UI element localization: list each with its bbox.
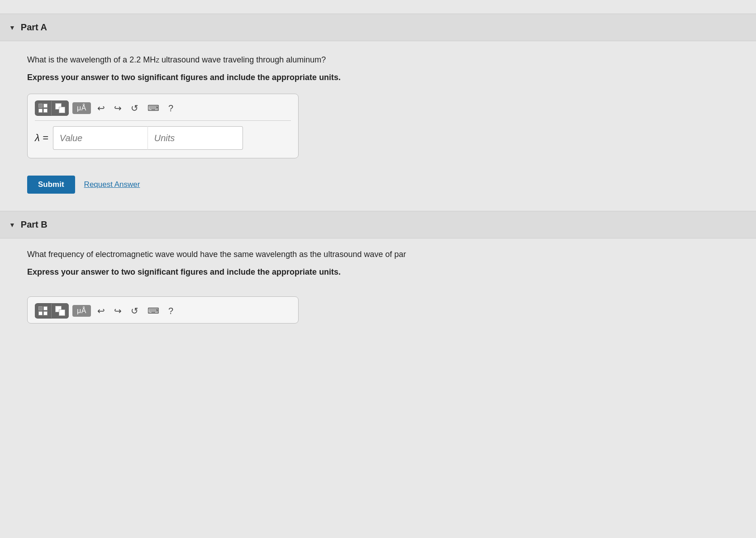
- grid-cell: [38, 104, 43, 108]
- part-b-answer-box: μÅ ↩ ↪ ↺ ⌨ ?: [27, 296, 299, 324]
- part-b-mu-a-button[interactable]: μÅ: [72, 305, 91, 317]
- part-a-chevron-icon: ▼: [9, 24, 15, 31]
- part-b-icon-group[interactable]: [35, 303, 69, 319]
- help-button[interactable]: ?: [166, 102, 176, 114]
- redo-button[interactable]: ↪: [111, 102, 124, 114]
- part-b-section: ▼ Part B What frequency of electromagnet…: [0, 211, 756, 333]
- input-row: λ =: [35, 126, 291, 150]
- part-a-grid-icon-btn[interactable]: [35, 101, 52, 115]
- action-row: Submit Request Answer: [27, 176, 729, 194]
- part-a-question1: What is the wavelength of a 2.2 MHz ultr…: [27, 54, 729, 66]
- grid-cell: [38, 306, 43, 310]
- grid-icon-b: [38, 306, 48, 315]
- part-b-squares-icon-btn[interactable]: [52, 303, 69, 319]
- part-a-answer-box: μÅ ↩ ↪ ↺ ⌨ ? λ =: [27, 94, 299, 158]
- part-a-header[interactable]: ▼ Part A: [0, 14, 756, 41]
- part-a-icon-group[interactable]: [35, 100, 69, 116]
- mu-a-button[interactable]: μÅ: [72, 102, 91, 114]
- part-b-help-button[interactable]: ?: [166, 305, 176, 317]
- value-input[interactable]: [53, 126, 148, 150]
- grid-cell: [43, 311, 48, 315]
- part-b-toolbar: μÅ ↩ ↪ ↺ ⌨ ?: [35, 303, 291, 319]
- grid-cell: [43, 109, 48, 113]
- keyboard-icon: ⌨: [147, 103, 159, 113]
- part-b-refresh-button[interactable]: ↺: [128, 305, 141, 317]
- part-b-question1: What frequency of electromagnetic wave w…: [27, 248, 729, 261]
- grid-icon: [38, 104, 48, 113]
- undo-button[interactable]: ↩: [95, 102, 108, 114]
- part-a-squares-icon-btn[interactable]: [52, 100, 69, 116]
- part-a-toolbar: μÅ ↩ ↪ ↺ ⌨ ?: [35, 100, 291, 121]
- part-b-undo-button[interactable]: ↩: [95, 305, 108, 317]
- part-b-chevron-icon: ▼: [9, 221, 15, 229]
- part-b-body: What frequency of electromagnetic wave w…: [0, 238, 756, 333]
- units-input[interactable]: [148, 126, 243, 150]
- part-b-keyboard-button[interactable]: ⌨: [145, 305, 162, 317]
- part-a-title: Part A: [21, 22, 47, 33]
- grid-cell: [38, 109, 43, 113]
- part-b-grid-icon-btn[interactable]: [35, 304, 52, 318]
- lambda-label: λ =: [35, 132, 48, 144]
- grid-cell: [43, 104, 48, 108]
- part-b-header[interactable]: ▼ Part B: [0, 211, 756, 238]
- part-b-redo-button[interactable]: ↪: [111, 305, 124, 317]
- page-container: ▼ Part A What is the wavelength of a 2.2…: [0, 0, 756, 538]
- part-a-section: ▼ Part A What is the wavelength of a 2.2…: [0, 14, 756, 206]
- request-answer-button[interactable]: Request Answer: [84, 180, 140, 189]
- submit-button[interactable]: Submit: [27, 176, 75, 194]
- grid-cell: [43, 306, 48, 310]
- keyboard-button[interactable]: ⌨: [145, 102, 162, 114]
- part-b-keyboard-icon: ⌨: [147, 306, 159, 316]
- part-b-question2: Express your answer to two significant f…: [27, 266, 729, 278]
- grid-cell: [38, 311, 43, 315]
- part-a-question2: Express your answer to two significant f…: [27, 71, 729, 84]
- refresh-button[interactable]: ↺: [128, 102, 141, 114]
- squares-icon-b: [55, 306, 65, 316]
- squares-icon: [55, 103, 65, 113]
- part-b-title: Part B: [21, 219, 48, 230]
- part-a-body: What is the wavelength of a 2.2 MHz ultr…: [0, 41, 756, 206]
